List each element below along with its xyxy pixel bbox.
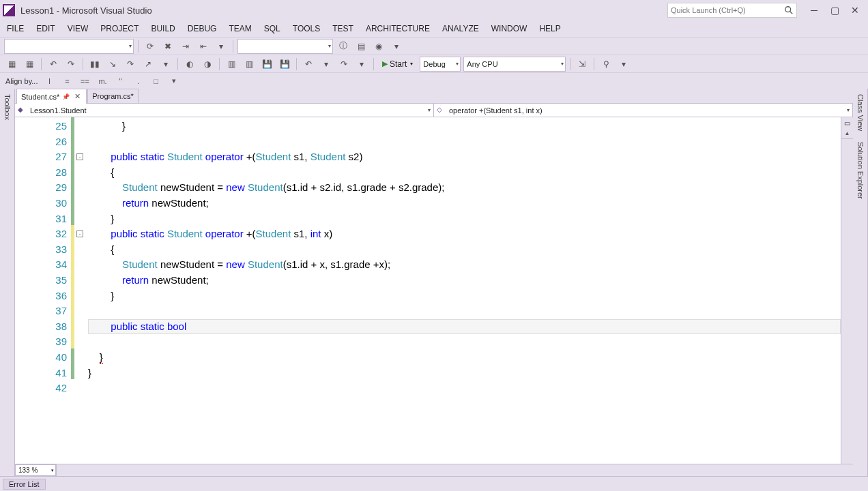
undo-icon[interactable]: ↶ [301, 57, 316, 72]
tab-studentcs[interactable]: Student.cs*📌✕ [16, 89, 87, 104]
code-line[interactable] [88, 334, 841, 350]
close-button[interactable]: ✕ [845, 3, 865, 18]
dropdown2-icon[interactable]: ▾ [158, 57, 173, 72]
zoom-combo[interactable]: 133 % [15, 464, 56, 476]
world-icon[interactable]: ◉ [371, 39, 386, 54]
menu-view[interactable]: VIEW [63, 23, 93, 35]
code-line[interactable]: return newStudent; [88, 196, 841, 211]
minimize-button[interactable]: ─ [804, 3, 824, 18]
code-line[interactable]: Student newStudent = new Student(s1.id +… [88, 180, 841, 196]
code-line[interactable]: Student newStudent = new Student(s1.id +… [88, 257, 841, 273]
close-tab-icon[interactable]: ✕ [72, 92, 82, 101]
align-quote-icon[interactable]: " [115, 76, 127, 87]
error-list-tab[interactable]: Error List [3, 479, 46, 490]
code-line[interactable]: public static bool [88, 319, 841, 335]
fold-toggle-icon[interactable]: - [76, 153, 83, 160]
align-dot-icon[interactable]: . [132, 76, 145, 87]
code-line[interactable]: return newStudent; [88, 273, 841, 288]
step-into-icon[interactable]: ↘ [105, 57, 120, 72]
menu-debug[interactable]: DEBUG [184, 23, 221, 35]
code-line[interactable] [88, 303, 841, 319]
new-file-icon[interactable]: ▦ [4, 57, 19, 72]
step-out-icon[interactable]: ⇤ [196, 39, 211, 54]
quick-launch-input[interactable] [671, 6, 784, 14]
pause-icon[interactable]: ▮▮ [87, 57, 102, 72]
overflow-icon[interactable]: ▾ [389, 39, 404, 54]
menu-help[interactable]: HELP [535, 23, 564, 35]
align-double-icon[interactable]: == [79, 76, 91, 87]
scope-combo[interactable] [237, 39, 333, 54]
undo-drop-icon[interactable]: ▾ [319, 57, 334, 72]
toolbox-tab[interactable]: Toolbox [3, 91, 12, 123]
nav-back-icon[interactable]: ↶ [46, 57, 61, 72]
menu-architecture[interactable]: ARCHITECTURE [362, 23, 434, 35]
vertical-scrollbar[interactable]: ▭ ▲ [841, 117, 853, 464]
code-editor[interactable]: 252627282930313233343536373839404142 -- … [15, 117, 853, 464]
member-nav-combo[interactable]: ◇ operator +(Student s1, int x) [434, 104, 853, 117]
horizontal-scrollbar[interactable] [56, 464, 853, 476]
align-sq-icon[interactable]: □ [150, 76, 162, 87]
quick-launch-box[interactable] [667, 3, 797, 18]
info-icon[interactable]: ⓘ [336, 39, 351, 54]
align-overflow-icon[interactable]: ▾ [168, 76, 180, 87]
split-icon[interactable]: ▭ [841, 117, 853, 128]
code-line[interactable] [88, 381, 841, 396]
solution-combo[interactable] [4, 39, 134, 54]
fold-toggle-icon[interactable]: - [76, 230, 83, 237]
align-cursor-icon[interactable]: I [44, 76, 56, 87]
overflow2-icon[interactable]: ▾ [616, 57, 631, 72]
menu-window[interactable]: WINDOW [487, 23, 532, 35]
menu-project[interactable]: PROJECT [96, 23, 143, 35]
nav-fwd-icon[interactable]: ↷ [63, 57, 78, 72]
solution-explorer-tab[interactable]: Solution Explorer [856, 139, 865, 202]
redo-icon[interactable]: ↷ [336, 57, 351, 72]
align-m-icon[interactable]: m. [97, 76, 109, 87]
pin-icon[interactable]: 📌 [62, 93, 70, 100]
tab-programcs[interactable]: Program.cs* [87, 89, 139, 103]
menu-sql[interactable]: SQL [260, 23, 285, 35]
menu-tools[interactable]: TOOLS [289, 23, 324, 35]
code-line[interactable]: } [88, 211, 841, 227]
maximize-button[interactable]: ▢ [824, 3, 845, 18]
save-icon[interactable]: 💾 [259, 57, 274, 72]
code-line[interactable]: } [88, 350, 841, 366]
menu-team[interactable]: TEAM [225, 23, 255, 35]
cancel-icon[interactable]: ✖ [160, 39, 175, 54]
class-nav-combo[interactable]: ◆ Lesson1.Student [15, 104, 434, 117]
class-view-tab[interactable]: Class View [856, 91, 865, 134]
window2-icon[interactable]: ▥ [242, 57, 257, 72]
doc-icon[interactable]: ▤ [353, 39, 368, 54]
code-line[interactable]: { [88, 165, 841, 181]
save-all-icon[interactable]: 💾 [277, 57, 292, 72]
code-line[interactable]: public static Student operator +(Student… [88, 149, 841, 165]
window1-icon[interactable]: ▥ [224, 57, 239, 72]
dropdown-icon[interactable]: ▾ [214, 39, 229, 54]
code-line[interactable]: { [88, 242, 841, 258]
config-combo[interactable]: Debug [420, 57, 461, 72]
menu-analyze[interactable]: ANALYZE [438, 23, 483, 35]
step-out2-icon[interactable]: ↗ [141, 57, 156, 72]
platform-combo[interactable]: Any CPU [463, 57, 566, 72]
code-line[interactable]: public static Student operator +(Student… [88, 226, 841, 242]
code-line[interactable]: } [88, 119, 841, 134]
refresh-icon[interactable]: ⟳ [143, 39, 158, 54]
code-line[interactable]: } [88, 288, 841, 304]
step-over-icon[interactable]: ↷ [123, 57, 138, 72]
align-by-label[interactable]: Align by... [5, 77, 38, 85]
align-equals-icon[interactable]: = [61, 76, 74, 87]
find-icon[interactable]: ⚲ [598, 57, 613, 72]
code-line[interactable] [88, 134, 841, 150]
menu-test[interactable]: TEST [328, 23, 358, 35]
attach-icon[interactable]: ⇲ [575, 57, 590, 72]
menu-build[interactable]: BUILD [147, 23, 179, 35]
nav-fwd2-icon[interactable]: ◑ [200, 57, 215, 72]
redo-drop-icon[interactable]: ▾ [354, 57, 369, 72]
add-file-icon[interactable]: ▦ [22, 57, 37, 72]
menu-edit[interactable]: EDIT [32, 23, 59, 35]
nav-circle-icon[interactable]: ◐ [182, 57, 197, 72]
menu-file[interactable]: FILE [3, 23, 28, 35]
scroll-up-icon[interactable]: ▲ [841, 128, 853, 139]
code-line[interactable]: } [88, 366, 841, 381]
start-button[interactable]: ▶ Start ▾ [378, 57, 417, 72]
step-icon[interactable]: ⇥ [178, 39, 193, 54]
